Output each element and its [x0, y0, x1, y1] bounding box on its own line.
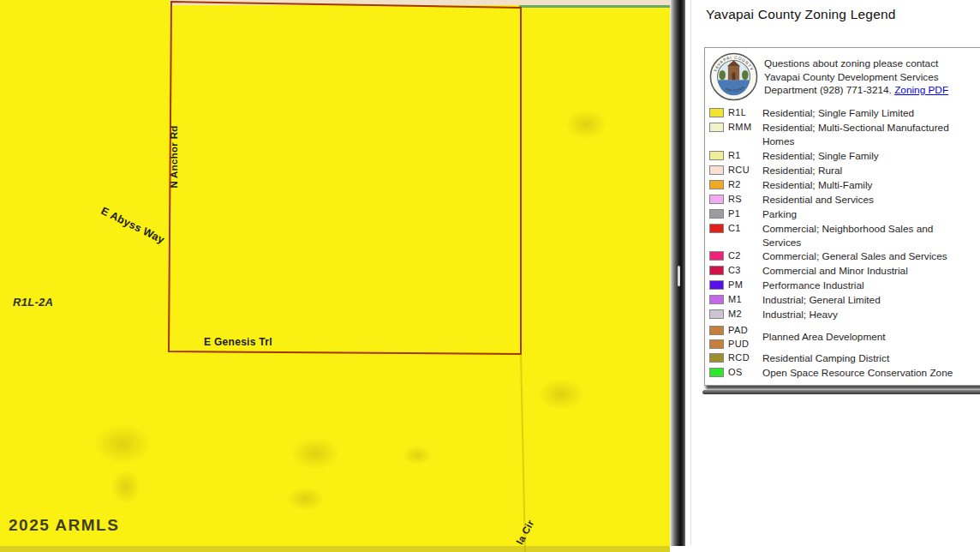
zoning-color-swatch	[709, 180, 724, 189]
zoning-color-swatch	[709, 209, 724, 219]
zoning-color-swatch	[709, 123, 724, 132]
zoning-color-swatch	[709, 108, 724, 117]
legend-item: C3Commercial and Minor Industrial	[709, 264, 980, 279]
contact-line-3: Department (928) 771-3214. Zoning PDF	[764, 84, 948, 98]
zoning-description: Performance Industrial	[762, 279, 971, 292]
zoning-code: R2	[728, 178, 762, 189]
zoning-code: OS	[728, 366, 762, 377]
legend-item-group: PADPUDPlanned Area Development	[709, 322, 980, 351]
legend-panel: Yavapai County Zoning Legend	[685, 0, 980, 552]
zoning-description: Commercial and Minor Industrial	[762, 264, 971, 278]
street-label-n-anchor-rd: N Anchor Rd	[169, 125, 179, 188]
zoning-code: C2	[728, 249, 762, 261]
legend-item: PAD	[709, 322, 762, 337]
zoning-code: PUD	[728, 338, 762, 349]
street-label-e-genesis-trl: E Genesis Trl	[204, 336, 272, 348]
zoning-color-swatch	[709, 326, 724, 335]
legend-item: RSResidential and Services	[709, 193, 980, 207]
zoning-code: R1	[728, 149, 762, 160]
contact-line-2: Yavapai County Development Services	[764, 71, 948, 85]
panel-shadow-bar	[702, 390, 980, 394]
zoning-description: Open Space Resource Conservation Zone	[762, 366, 971, 380]
contact-text: Questions about zoning please contact Ya…	[764, 52, 948, 98]
zoning-code: P1	[728, 207, 762, 219]
zoning-description: Parking	[762, 207, 971, 221]
zoning-color-swatch	[709, 266, 724, 275]
zoning-description: Commercial; General Sales and Services	[762, 249, 971, 263]
zoning-code: RCU	[728, 164, 762, 175]
legend-item: RCDResidential Camping District	[709, 351, 980, 366]
legend-title: Yavapai County Zoning Legend	[706, 7, 896, 22]
legend-item: C1Commercial; Neighborhood Sales and Ser…	[709, 222, 980, 249]
legend-item: OSOpen Space Resource Conservation Zone	[709, 366, 980, 381]
legend-item: M2Industrial; Heavy	[709, 308, 980, 322]
zoning-code: C3	[728, 264, 762, 275]
zoning-code: PM	[728, 279, 762, 290]
yavapai-county-seal-icon: YAVAPAI COUNTY ARIZONA	[709, 52, 758, 101]
zoning-code: PAD	[728, 324, 762, 335]
legend-item: R2Residential; Multi-Family	[709, 178, 980, 193]
zone-code-label: R1L-2A	[13, 296, 53, 309]
zoning-code: RS	[728, 193, 762, 204]
zoning-color-swatch	[709, 309, 724, 319]
zoning-color-swatch	[709, 353, 724, 363]
zoning-pdf-link[interactable]: Zoning PDF	[894, 84, 948, 96]
zoning-description: Residential; Single Family	[762, 149, 971, 163]
zoning-color-swatch	[709, 339, 724, 349]
legend-item: R1LResidential; Single Family Limited	[709, 106, 980, 121]
zoning-color-swatch	[709, 151, 724, 160]
zoning-description: Residential; Rural	[762, 164, 971, 177]
zoning-description: Commercial; Neighborhood Sales and Servi…	[762, 222, 971, 249]
zoning-map: N Anchor Rd E Abyss Way E Genesis Trl la…	[0, 0, 670, 552]
legend-item: PUD	[709, 337, 762, 351]
zoning-description: Industrial; Heavy	[762, 308, 971, 321]
zoning-color-swatch	[709, 251, 724, 261]
contact-block: YAVAPAI COUNTY ARIZONA Questions about z…	[709, 52, 980, 101]
armls-watermark: 2025 ARMLS	[9, 516, 119, 535]
zoning-code: RMM	[728, 121, 762, 132]
zoning-code: RCD	[728, 351, 762, 363]
zoning-color-swatch	[709, 165, 724, 175]
zoning-color-swatch	[709, 195, 724, 204]
panel-divider	[670, 0, 685, 546]
contact-line-1: Questions about zoning please contact	[764, 57, 948, 71]
panel-border-line	[690, 0, 691, 545]
zoning-map-viewer: N Anchor Rd E Abyss Way E Genesis Trl la…	[0, 0, 980, 552]
legend-item: RMMResidential; Multi-Sectional Manufact…	[709, 121, 980, 148]
legend-item: C2Commercial; General Sales and Services	[709, 249, 980, 264]
zoning-description: Residential Camping District	[762, 351, 971, 365]
zoning-description: Planned Area Development	[762, 330, 971, 344]
zoning-code: R1L	[728, 106, 762, 117]
parcel-outline	[0, 0, 670, 552]
legend-box: YAVAPAI COUNTY ARIZONA Questions about z…	[704, 47, 980, 386]
legend-item: PMPerformance Industrial	[709, 279, 980, 293]
group-codes: PADPUD	[709, 322, 762, 351]
legend-item: P1Parking	[709, 207, 980, 222]
zoning-description: Residential; Single Family Limited	[762, 106, 971, 120]
zoning-code: C1	[728, 222, 762, 233]
zoning-description: Residential; Multi-Sectional Manufacture…	[762, 121, 971, 148]
legend-item: R1Residential; Single Family	[709, 149, 980, 164]
zoning-color-swatch	[709, 295, 724, 304]
zoning-color-swatch	[709, 368, 724, 377]
zoning-color-swatch	[709, 224, 724, 233]
divider-grip	[678, 266, 680, 286]
legend-item: M1Industrial; General Limited	[709, 293, 980, 308]
zoning-code: M1	[728, 293, 762, 304]
contact-line-3-text: Department (928) 771-3214.	[764, 84, 892, 96]
zoning-color-swatch	[709, 280, 724, 290]
legend-item: RCUResidential; Rural	[709, 164, 980, 178]
zoning-description: Residential; Multi-Family	[762, 178, 971, 192]
zoning-description: Industrial; General Limited	[762, 293, 971, 307]
zoning-description: Residential and Services	[762, 193, 971, 207]
zoning-code: M2	[728, 308, 762, 319]
legend-items-list: R1LResidential; Single Family LimitedRMM…	[709, 106, 980, 380]
